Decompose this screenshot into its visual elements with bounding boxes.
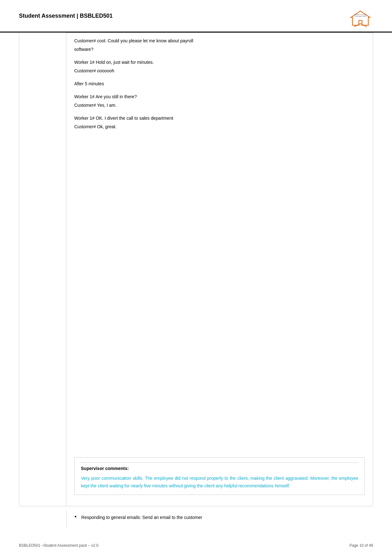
page-title: Student Assessment | BSBLED501 [19,9,112,19]
supervisor-comments-box: Supervisor comments: Very poor communica… [74,457,365,495]
supervisor-text: Very poor communication skills. The empl… [81,475,358,490]
header: Student Assessment | BSBLED501 Australia… [0,0,392,33]
supervisor-label: Supervisor comments: [81,462,358,471]
dialogue-line-1a: Customer# cool. Could you please let me … [74,38,365,44]
logo-container: Australian Technology and Innovation Col… [348,9,373,28]
bullet-sidebar-spacer [19,511,66,527]
footer-left-text: BSBLED501 –Student Assessment pack – v2.… [19,543,98,548]
dialogue-section: Customer# cool. Could you please let me … [74,38,365,454]
page: Student Assessment | BSBLED501 Australia… [0,0,392,554]
dialogue-line-3a: Worker 1# Are you still in there? [74,93,365,100]
left-sidebar [19,33,66,506]
footer-right-text: Page 10 of 49 [349,543,373,548]
stage-direction: After 5 minutes [74,81,365,87]
right-content: Customer# cool. Could you please let me … [66,33,373,506]
main-content: Customer# cool. Could you please let me … [0,33,392,506]
dialogue-line-3b: Customer# Yes, I am. [74,102,365,109]
dialogue-line-4a: Worker 1# OK. I divert the call to sales… [74,115,365,122]
dialogue-line-2a: Worker 1# Hold on, just wait for minutes… [74,59,365,66]
svg-marker-0 [351,11,370,25]
college-logo: Australian Technology and Innovation Col… [348,9,373,28]
dialogue-line-4b: Customer# Ok, great. [74,123,365,130]
svg-text:and Innovation College: and Innovation College [355,16,366,17]
dialogue-line-2b: Customer# ooooooh [74,68,365,74]
bullet-dot-1: • [75,514,76,520]
svg-text:Australian Technology: Australian Technology [354,14,366,15]
dialogue-block-2: Worker 1# Hold on, just wait for minutes… [74,59,365,74]
footer: BSBLED501 –Student Assessment pack – v2.… [0,543,392,548]
dialogue-line-1b: software? [74,46,365,53]
bullet-section-container: • Responding to general emails: Send an … [0,506,392,527]
bullet-text-1: Responding to general emails: Send an em… [81,514,202,521]
dialogue-block-3: Worker 1# Are you still in there? Custom… [74,93,365,109]
bullet-item-1: • Responding to general emails: Send an … [75,514,365,521]
bullet-content: • Responding to general emails: Send an … [66,511,373,527]
dialogue-block-1: Customer# cool. Could you please let me … [74,38,365,53]
dialogue-block-4: Worker 1# OK. I divert the call to sales… [74,115,365,130]
